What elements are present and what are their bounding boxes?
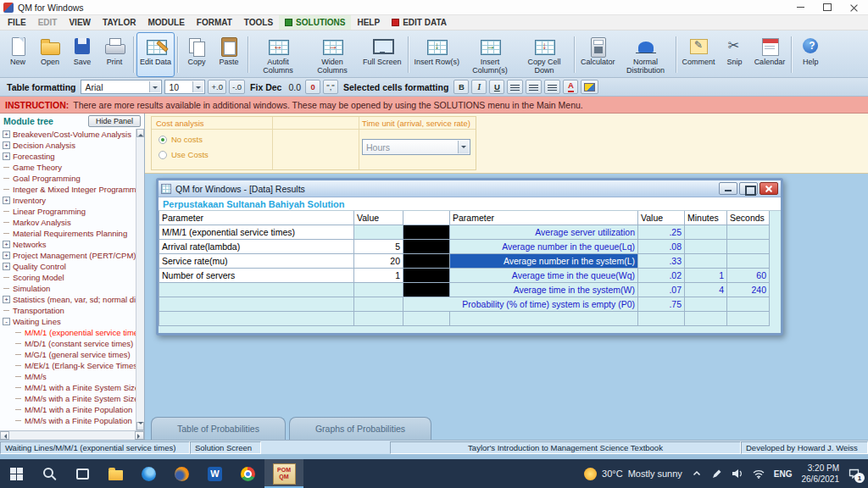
results-table-row[interactable]: Arrival rate(lambda) 5 Average number in…: [159, 240, 781, 254]
hide-panel-button[interactable]: Hide Panel: [88, 115, 141, 127]
language-indicator[interactable]: ENG: [774, 469, 793, 479]
comment-button[interactable]: Comment: [679, 32, 719, 77]
underline-button[interactable]: U: [489, 80, 504, 94]
edit-data-button[interactable]: Edit Data: [136, 32, 175, 77]
edge-button[interactable]: [132, 459, 165, 488]
paste-button[interactable]: Paste: [213, 32, 245, 77]
tree-item[interactable]: + Inventory: [3, 195, 136, 206]
word-button[interactable]: W: [198, 459, 231, 488]
menu-taylor[interactable]: TAYLOR: [97, 15, 142, 30]
full-screen-button[interactable]: Full Screen: [359, 32, 405, 77]
insert-columns-button[interactable]: Insert Column(s): [463, 32, 517, 77]
tab-graphs-of-probabilities[interactable]: Graphs of Probabilities: [289, 417, 431, 440]
menu-edit[interactable]: EDIT: [32, 15, 64, 30]
show-hidden-icons-button[interactable]: [692, 469, 702, 479]
decrease-decimal-button[interactable]: -.0: [229, 80, 245, 94]
calendar-button[interactable]: Calendar: [751, 32, 789, 77]
align-left-button[interactable]: [507, 80, 523, 94]
firefox-button[interactable]: [165, 459, 198, 488]
scroll-up-icon[interactable]: [136, 129, 144, 137]
tree-item[interactable]: Material Requirements Planning: [3, 228, 136, 239]
action-center-icon[interactable]: 1: [849, 469, 860, 479]
results-table-row[interactable]: Probability (% of time) system is empty …: [159, 297, 781, 312]
open-button[interactable]: Open: [34, 32, 66, 77]
pom-qm-taskbar-button[interactable]: POMQM: [264, 459, 303, 488]
speaker-icon[interactable]: [732, 469, 743, 479]
calculator-button[interactable]: Calculator: [577, 32, 619, 77]
tree-item[interactable]: - Waiting Lines: [3, 316, 136, 327]
task-view-button[interactable]: [66, 459, 99, 488]
tree-item[interactable]: M/M/1 (exponential service times): [3, 327, 136, 338]
tree-item[interactable]: + Quality Control: [3, 261, 136, 272]
bold-button[interactable]: B: [453, 80, 469, 94]
results-table-row[interactable]: Number of servers 1 Average time in the …: [159, 269, 781, 283]
results-restore-icon[interactable]: [739, 182, 758, 195]
tab-table-of-probabilities[interactable]: Table of Probabilities: [151, 417, 286, 440]
tree-item[interactable]: + Statistics (mean, var, sd; normal dist…: [3, 294, 136, 305]
tree-item[interactable]: M/G/1 (general service times): [3, 349, 136, 360]
taskbar-search-button[interactable]: [33, 459, 66, 488]
pen-icon[interactable]: [711, 469, 722, 480]
tree-item[interactable]: + Breakeven/Cost-Volume Analysis: [3, 129, 136, 140]
menu-format[interactable]: FORMAT: [191, 15, 238, 30]
results-close-icon[interactable]: [760, 182, 778, 195]
scroll-right-icon[interactable]: [135, 431, 144, 440]
font-size-select[interactable]: 10: [164, 80, 205, 94]
menu-file[interactable]: FILE: [2, 15, 32, 30]
results-minimize-icon[interactable]: [719, 182, 737, 195]
network-icon[interactable]: [753, 469, 765, 479]
menu-module[interactable]: MODULE: [142, 15, 190, 30]
module-tree-vertical-scrollbar[interactable]: [136, 129, 144, 430]
tree-item[interactable]: Integer & Mixed Integer Programming: [3, 184, 136, 195]
italic-button[interactable]: I: [471, 80, 487, 94]
window-titlebar[interactable]: QM for Windows: [0, 0, 868, 15]
font-color-button[interactable]: A: [563, 80, 578, 94]
use-costs-radio[interactable]: Use Costs: [159, 150, 209, 159]
menu-tools[interactable]: TOOLS: [238, 15, 279, 30]
menu-solutions[interactable]: SOLUTIONS: [279, 15, 351, 30]
module-tree-horizontal-scrollbar[interactable]: [0, 430, 144, 440]
help-button[interactable]: Help: [794, 32, 826, 77]
tree-item[interactable]: M/M/s with a Finite Population: [3, 415, 136, 426]
menu-view[interactable]: VIEW: [63, 15, 97, 30]
menu-edit-data[interactable]: EDIT DATA: [386, 15, 453, 30]
tree-item[interactable]: + Project Management (PERT/CPM): [3, 250, 136, 261]
zero-decimals-button[interactable]: 0: [305, 80, 320, 94]
tree-item[interactable]: Markov Analysis: [3, 217, 136, 228]
tree-item[interactable]: Transportation: [3, 305, 136, 316]
tree-item[interactable]: Game Theory: [3, 162, 136, 173]
tree-item[interactable]: M/M/1 with a Finite Population: [3, 404, 136, 415]
tree-item[interactable]: Goal Programming: [3, 173, 136, 184]
results-window-titlebar[interactable]: QM for Windows - [Data] Results: [159, 180, 781, 197]
tree-item[interactable]: M/M/s: [3, 371, 136, 382]
tree-item[interactable]: Linear Programming: [3, 206, 136, 217]
thousands-separator-button[interactable]: ",": [323, 80, 338, 94]
chrome-button[interactable]: [231, 459, 264, 488]
align-center-button[interactable]: [526, 80, 542, 94]
weather-widget[interactable]: 30°C Mostly sunny: [584, 468, 682, 480]
results-table-row[interactable]: Service rate(mu) 20 Average number in th…: [159, 254, 781, 269]
insert-rows-button[interactable]: Insert Row(s): [411, 32, 464, 77]
snip-button[interactable]: Snip: [719, 32, 751, 77]
fill-color-button[interactable]: [581, 80, 598, 94]
scroll-left-icon[interactable]: [0, 431, 9, 440]
clock[interactable]: 3:20 PM 26/6/2021: [802, 463, 840, 485]
tree-item[interactable]: M/M/1 with a Finite System Size: [3, 382, 136, 393]
autofit-columns-button[interactable]: Autofit Columns: [251, 32, 305, 77]
tree-item[interactable]: M/Ek/1 (Erlang-k Service Times): [3, 360, 136, 371]
font-family-select[interactable]: Arial: [81, 80, 162, 94]
tree-item[interactable]: M/D/1 (constant service times): [3, 338, 136, 349]
new-button[interactable]: New: [2, 32, 34, 77]
close-icon[interactable]: [841, 0, 868, 14]
start-button[interactable]: [0, 459, 33, 488]
tree-item[interactable]: + Networks: [3, 239, 136, 250]
maximize-icon[interactable]: [814, 0, 841, 14]
copy-button[interactable]: Copy: [181, 32, 213, 77]
save-button[interactable]: Save: [66, 32, 98, 77]
increase-decimal-button[interactable]: +.0: [208, 80, 225, 94]
time-unit-select[interactable]: Hours: [362, 139, 470, 155]
print-button[interactable]: Print: [98, 32, 131, 77]
tree-item[interactable]: + Forecasting: [3, 151, 136, 162]
tree-item[interactable]: + Decision Analysis: [3, 140, 136, 151]
scroll-down-icon[interactable]: [136, 422, 144, 430]
